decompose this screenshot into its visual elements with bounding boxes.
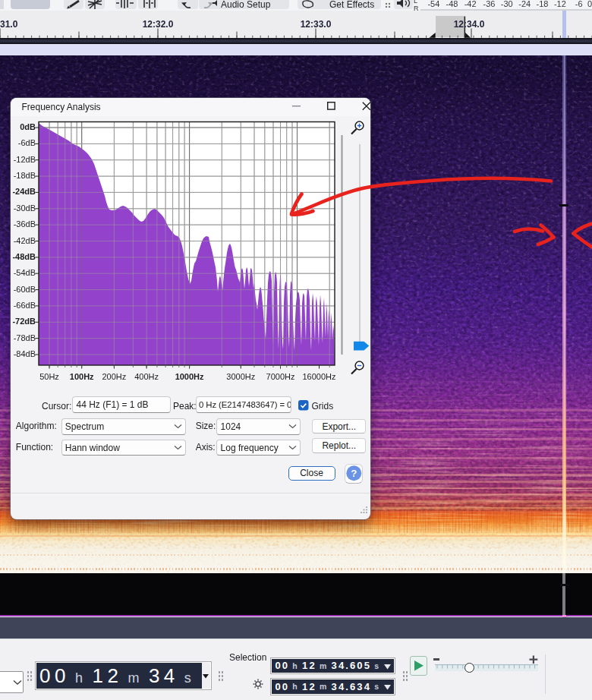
svg-text:Audio Setup: Audio Setup	[221, 0, 271, 10]
svg-text:Get Effects: Get Effects	[329, 0, 374, 10]
svg-text:?: ?	[351, 468, 357, 479]
